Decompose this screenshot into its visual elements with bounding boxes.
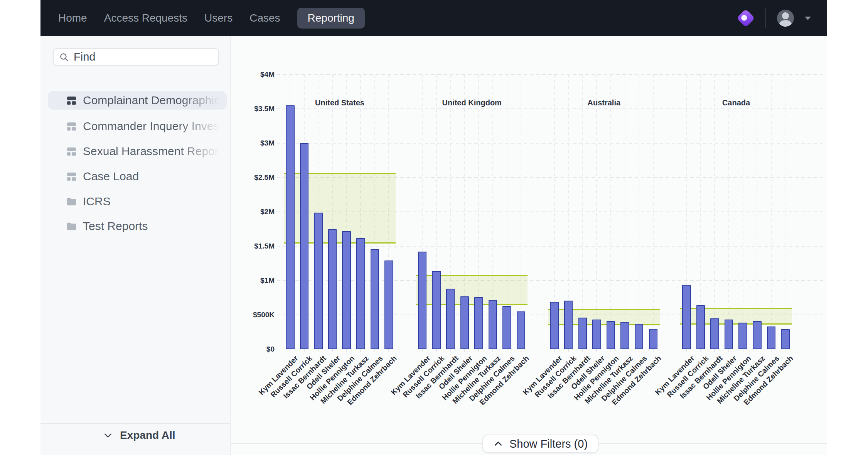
dashboard-icon xyxy=(66,121,77,132)
chevron-down-icon xyxy=(103,430,113,440)
nav-item-home[interactable]: Home xyxy=(58,12,87,24)
x-axis-tick xyxy=(714,349,715,352)
x-axis-tick xyxy=(639,349,639,352)
user-avatar-icon[interactable] xyxy=(777,10,794,27)
sidebar-item-sexual-harassment-report[interactable]: Sexual Harassment Report Da xyxy=(48,142,227,161)
dashboard-icon xyxy=(66,146,77,157)
sidebar-item-case-load[interactable]: Case Load xyxy=(48,167,227,186)
x-axis-tick xyxy=(436,349,437,352)
bar[interactable] xyxy=(342,231,351,349)
bar[interactable] xyxy=(517,311,526,349)
y-axis-tick-label: $4M xyxy=(231,70,275,79)
top-nav-bar: Home Access Requests Users Cases Reporti… xyxy=(40,0,827,36)
x-axis-tick xyxy=(422,349,423,352)
x-gridline xyxy=(521,74,521,349)
x-axis-tick xyxy=(521,349,521,352)
y-axis-tick-label: $2.5M xyxy=(231,173,275,182)
y-gridline xyxy=(277,74,826,75)
x-axis-tick xyxy=(304,349,305,352)
bar[interactable] xyxy=(356,238,365,349)
x-axis-tick xyxy=(728,349,729,352)
bar[interactable] xyxy=(300,143,309,349)
nav-item-access-requests[interactable]: Access Requests xyxy=(104,12,187,24)
bar[interactable] xyxy=(682,285,691,349)
sidebar-item-label: Case Load xyxy=(83,170,139,183)
y-axis-tick-label: $1M xyxy=(231,276,275,285)
bar[interactable] xyxy=(696,305,705,349)
x-gridline xyxy=(582,74,583,349)
sidebar-item-label: Commander Inquery Investiga xyxy=(83,120,224,133)
grouped-bar-chart: $0$500K$1M$1.5M$2M$2.5M$3M$3.5M$4MKym La… xyxy=(231,36,827,455)
bar[interactable] xyxy=(738,323,747,349)
bar[interactable] xyxy=(592,320,601,349)
x-axis-tick xyxy=(771,349,772,352)
x-axis-tick xyxy=(568,349,569,352)
header-right-cluster xyxy=(739,0,811,36)
bar[interactable] xyxy=(446,289,455,349)
x-axis-tick xyxy=(318,349,319,352)
dashboard-icon xyxy=(66,95,77,106)
bar[interactable] xyxy=(502,306,511,349)
x-gridline xyxy=(625,74,625,349)
bar[interactable] xyxy=(489,300,497,349)
app-window: Home Access Requests Users Cases Reporti… xyxy=(40,0,827,455)
x-gridline xyxy=(610,74,611,349)
y-gridline xyxy=(277,108,826,109)
bar[interactable] xyxy=(564,301,573,349)
sidebar-item-commander-inquery-investigation[interactable]: Commander Inquery Investiga xyxy=(48,117,227,135)
x-gridline xyxy=(653,74,654,349)
x-axis-tick xyxy=(464,349,465,352)
bar[interactable] xyxy=(432,271,441,349)
bar[interactable] xyxy=(328,229,337,350)
bar[interactable] xyxy=(314,213,323,349)
nav-item-users[interactable]: Users xyxy=(204,12,233,24)
bar[interactable] xyxy=(384,260,393,349)
x-axis-tick xyxy=(785,349,785,352)
y-axis-tick-label: $500K xyxy=(231,311,275,319)
bar[interactable] xyxy=(474,297,483,349)
x-axis-tick xyxy=(374,349,375,352)
y-axis-tick-label: $1.5M xyxy=(231,242,275,250)
group-title: Canada xyxy=(690,98,782,107)
x-axis-tick xyxy=(610,349,611,352)
bar[interactable] xyxy=(371,249,379,349)
bar[interactable] xyxy=(620,322,629,349)
sidebar-item-label: ICRS xyxy=(83,195,111,208)
nav-item-reporting[interactable]: Reporting xyxy=(297,8,365,29)
x-axis-tick xyxy=(478,349,479,352)
expand-all-label: Expand All xyxy=(120,429,175,441)
bar[interactable] xyxy=(649,329,658,349)
expand-all-button[interactable]: Expand All xyxy=(103,429,175,441)
x-axis-tick xyxy=(582,349,583,352)
bar[interactable] xyxy=(767,326,776,349)
caret-down-icon[interactable] xyxy=(805,17,811,20)
x-axis-tick xyxy=(332,349,333,352)
sidebar-item-icrs[interactable]: ICRS xyxy=(48,192,227,211)
sidebar-search-box[interactable] xyxy=(53,48,219,66)
y-axis-tick-label: $3.5M xyxy=(231,105,275,113)
bar[interactable] xyxy=(781,329,790,349)
x-axis-tick xyxy=(686,349,687,352)
sidebar-footer-divider xyxy=(40,423,230,424)
search-icon xyxy=(59,52,69,62)
bar[interactable] xyxy=(607,321,615,349)
bar[interactable] xyxy=(578,318,587,349)
group-title: United States xyxy=(293,98,386,107)
bar[interactable] xyxy=(550,302,559,349)
sidebar-item-label: Complainant Demographics xyxy=(83,94,224,107)
bar[interactable] xyxy=(460,296,469,349)
bar[interactable] xyxy=(725,320,733,349)
bar[interactable] xyxy=(286,105,295,349)
nav-item-cases[interactable]: Cases xyxy=(249,12,280,24)
search-input[interactable] xyxy=(73,50,206,64)
bar[interactable] xyxy=(753,321,762,349)
bar[interactable] xyxy=(418,252,427,349)
sidebar-item-test-reports[interactable]: Test Reports xyxy=(48,217,227,235)
bar[interactable] xyxy=(635,324,644,349)
x-gridline xyxy=(639,74,639,349)
bar[interactable] xyxy=(710,318,719,349)
report-canvas: $0$500K$1M$1.5M$2M$2.5M$3M$3.5M$4MKym La… xyxy=(231,36,827,455)
sidebar-item-complainant-demographics[interactable]: Complainant Demographics xyxy=(48,91,227,110)
show-filters-button[interactable]: Show Filters (0) xyxy=(482,435,598,453)
x-axis-tick xyxy=(492,349,493,352)
